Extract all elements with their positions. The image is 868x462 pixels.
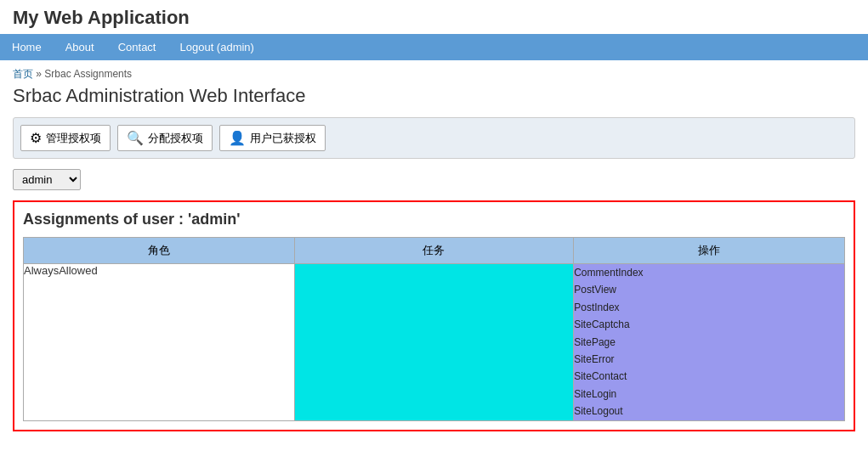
col-role-header: 角色 [24, 238, 295, 264]
task-cell [294, 264, 573, 421]
user-icon: 👤 [229, 130, 246, 146]
user-authorized-label: 用户已获授权 [250, 131, 316, 146]
op-PostView: PostView [574, 281, 844, 298]
role-cell: AlwaysAllowed [24, 264, 295, 421]
toolbar: ⚙ 管理授权项 🔍 分配授权项 👤 用户已获授权 [13, 117, 855, 159]
op-SiteCaptcha: SiteCaptcha [574, 316, 844, 333]
op-SiteLogout: SiteLogout [574, 403, 844, 420]
nav-home[interactable]: Home [0, 34, 54, 60]
assignments-section: Assignments of user : 'admin' 角色 任务 操作 A… [13, 200, 855, 431]
gear-icon: ⚙ [30, 130, 42, 146]
col-task-header: 任务 [294, 238, 573, 264]
assign-auth-button[interactable]: 🔍 分配授权项 [117, 125, 213, 151]
table-row: AlwaysAllowed CommentIndex PostView Post… [24, 264, 845, 421]
breadcrumb-home-link[interactable]: 首页 [13, 68, 33, 80]
breadcrumb-separator: » [36, 68, 44, 80]
op-SitePage: SitePage [574, 334, 844, 351]
app-title: My Web Application [0, 0, 868, 34]
nav-contact[interactable]: Contact [106, 34, 168, 60]
manage-auth-label: 管理授权项 [46, 131, 101, 146]
op-SiteContact: SiteContact [574, 368, 844, 385]
main-content: 首页 » Srbac Assignments Srbac Administrat… [0, 60, 868, 462]
assignments-tbody: AlwaysAllowed CommentIndex PostView Post… [24, 264, 845, 421]
manage-auth-button[interactable]: ⚙ 管理授权项 [20, 125, 111, 151]
assignments-title: Assignments of user : 'admin' [23, 211, 845, 228]
breadcrumb: 首页 » Srbac Assignments [13, 67, 855, 82]
col-operation-header: 操作 [574, 238, 845, 264]
operation-cell: CommentIndex PostView PostIndex SiteCapt… [574, 264, 845, 421]
nav-bar: Home About Contact Logout (admin) [0, 34, 868, 60]
user-select[interactable]: admin [13, 169, 81, 190]
search-icon: 🔍 [127, 130, 144, 146]
user-select-row: admin [13, 169, 855, 190]
assignments-table: 角色 任务 操作 AlwaysAllowed CommentIndex Post… [23, 237, 845, 421]
nav-about[interactable]: About [54, 34, 106, 60]
op-SiteLogin: SiteLogin [574, 386, 844, 403]
op-PostIndex: PostIndex [574, 299, 844, 316]
nav-logout[interactable]: Logout (admin) [167, 34, 265, 60]
user-authorized-button[interactable]: 👤 用户已获授权 [219, 125, 326, 151]
op-CommentIndex: CommentIndex [574, 264, 844, 281]
assign-auth-label: 分配授权项 [148, 131, 203, 146]
op-SiteError: SiteError [574, 351, 844, 368]
breadcrumb-current: Srbac Assignments [44, 68, 132, 80]
page-heading: Srbac Administration Web Interface [13, 85, 855, 107]
